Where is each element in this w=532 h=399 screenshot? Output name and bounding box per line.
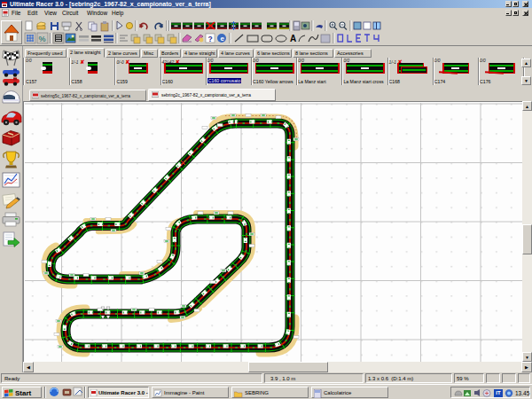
svg-text:A: A: [290, 34, 296, 43]
svg-text:?: ?: [208, 35, 213, 43]
svg-text:e: e: [221, 35, 225, 43]
svg-text:%: %: [39, 35, 46, 43]
